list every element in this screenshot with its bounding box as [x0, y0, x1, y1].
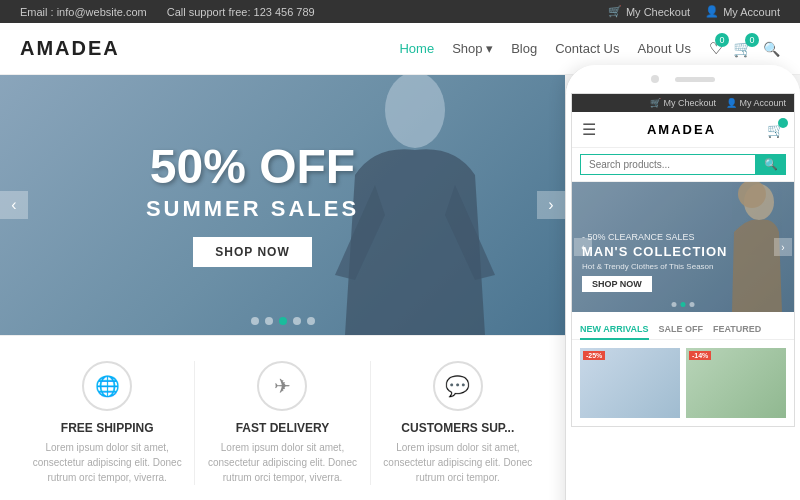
phone-product-grid: -25% -14% — [572, 340, 794, 426]
phone-product-image-1[interactable]: -25% — [580, 348, 680, 418]
hero-dot-1[interactable] — [251, 317, 259, 325]
phone-product-tabs: NEW ARRIVALS SALE OFF FEATURED — [572, 312, 794, 340]
hero-prev-arrow[interactable]: ‹ — [0, 191, 28, 219]
top-bar-right: 🛒 My Checkout 👤 My Account — [608, 5, 780, 18]
feature-delivery: ✈ FAST DELIVERY Lorem ipsum dolor sit am… — [195, 361, 370, 485]
hero-next-arrow[interactable]: › — [537, 191, 565, 219]
feature-support: 💬 CUSTOMERS SUP... Lorem ipsum dolor sit… — [371, 361, 545, 485]
phone-tab-sale-off[interactable]: SALE OFF — [659, 320, 704, 339]
phone-menu-icon[interactable]: ☰ — [582, 120, 596, 139]
phone-account-link[interactable]: 👤 My Account — [726, 98, 786, 108]
main-nav: Home Shop ▾ Blog Contact Us About Us ♡ 0… — [399, 39, 780, 58]
phone-hero-small-text: - 50% CLEARANCE SALES — [582, 232, 727, 242]
phone-discount-2: -14% — [689, 351, 711, 360]
delivery-icon: ✈ — [257, 361, 307, 411]
phone-hero-shop-button[interactable]: SHOP NOW — [582, 276, 652, 292]
svg-point-0 — [385, 75, 445, 148]
phone-hero-prev[interactable]: ‹ — [574, 238, 592, 256]
phone-hero-text: - 50% CLEARANCE SALES MAN'S COLLECTION H… — [582, 232, 727, 292]
checkout-link[interactable]: 🛒 My Checkout — [608, 5, 690, 18]
phone-cart-badge — [778, 118, 788, 128]
phone-hero-next[interactable]: › — [774, 238, 792, 256]
delivery-desc: Lorem ipsum dolor sit amet, consectetur … — [205, 440, 359, 485]
hero-dot-4[interactable] — [293, 317, 301, 325]
hero-title: SUMMER SALES — [146, 196, 359, 222]
email-info: Email : info@website.com — [20, 6, 147, 18]
phone-discount-1: -25% — [583, 351, 605, 360]
phone-hero-subtitle: Hot & Trendy Clothes of This Season — [582, 262, 727, 271]
nav-contact[interactable]: Contact Us — [555, 41, 619, 56]
phone-mockup: 🛒 My Checkout 👤 My Account ☰ AMADEA 🛒 🔍 — [565, 65, 800, 500]
main-content: 50% OFF SUMMER SALES SHOP NOW ‹ › 🌐 FREE… — [0, 75, 800, 500]
nav-about[interactable]: About Us — [638, 41, 691, 56]
cart-badge: 0 — [745, 33, 759, 47]
shipping-icon: 🌐 — [82, 361, 132, 411]
wishlist-badge: 0 — [715, 33, 729, 47]
delivery-title: FAST DELIVERY — [205, 421, 359, 435]
hero-shop-now-button[interactable]: SHOP NOW — [193, 237, 311, 267]
phone-hero-banner: - 50% CLEARANCE SALES MAN'S COLLECTION H… — [572, 182, 794, 312]
feature-shipping: 🌐 FREE SHIPPING Lorem ipsum dolor sit am… — [20, 361, 195, 485]
phone-tab-featured[interactable]: FEATURED — [713, 320, 761, 339]
hero-dot-5[interactable] — [307, 317, 315, 325]
features-section: 🌐 FREE SHIPPING Lorem ipsum dolor sit am… — [0, 335, 565, 500]
support-desc: Lorem ipsum dolor sit amet, consectetur … — [381, 440, 535, 485]
phone-search-input[interactable] — [580, 154, 756, 175]
support-icon: 💬 — [433, 361, 483, 411]
search-icon[interactable]: 🔍 — [763, 41, 780, 57]
phone-dot-3[interactable] — [690, 302, 695, 307]
phone-dot-1[interactable] — [672, 302, 677, 307]
phone-dot-2[interactable] — [681, 302, 686, 307]
hero-content: 50% OFF SUMMER SALES SHOP NOW — [146, 143, 359, 267]
phone-speaker — [675, 77, 715, 82]
phone-screen: 🛒 My Checkout 👤 My Account ☰ AMADEA 🛒 🔍 — [571, 93, 795, 427]
wishlist-cart-icon[interactable]: ♡ 0 — [709, 39, 723, 58]
hero-banner: 50% OFF SUMMER SALES SHOP NOW ‹ › — [0, 75, 565, 335]
phone-checkout-link[interactable]: 🛒 My Checkout — [650, 98, 716, 108]
phone-hero-main-title: MAN'S COLLECTION — [582, 244, 727, 260]
site-logo: AMADEA — [20, 37, 120, 60]
phone-search-button[interactable]: 🔍 — [756, 154, 786, 175]
phone-top-row — [651, 75, 715, 83]
phone-topbar: 🛒 My Checkout 👤 My Account — [572, 94, 794, 112]
nav-icons: ♡ 0 🛒 0 🔍 — [709, 39, 780, 58]
phone-cart-icon[interactable]: 🛒 — [767, 122, 784, 138]
phone-logo: AMADEA — [647, 122, 716, 137]
top-bar-left: Email : info@website.com Call support fr… — [20, 6, 315, 18]
cart-icon[interactable]: 🛒 0 — [733, 39, 753, 58]
phone-tab-new-arrivals[interactable]: NEW ARRIVALS — [580, 320, 649, 340]
phone-search-bar: 🔍 — [572, 148, 794, 182]
account-link[interactable]: 👤 My Account — [705, 5, 780, 18]
hero-dot-3[interactable] — [279, 317, 287, 325]
phone-info: Call support free: 123 456 789 — [167, 6, 315, 18]
left-section: 50% OFF SUMMER SALES SHOP NOW ‹ › 🌐 FREE… — [0, 75, 565, 500]
phone-top — [566, 65, 800, 93]
nav-blog[interactable]: Blog — [511, 41, 537, 56]
phone-camera — [651, 75, 659, 83]
shipping-desc: Lorem ipsum dolor sit amet, consectetur … — [30, 440, 184, 485]
nav-shop[interactable]: Shop ▾ — [452, 41, 493, 56]
nav-home[interactable]: Home — [399, 41, 434, 56]
top-bar: Email : info@website.com Call support fr… — [0, 0, 800, 23]
phone-hero-dots — [672, 302, 695, 307]
hero-discount: 50% OFF — [146, 143, 359, 191]
support-title: CUSTOMERS SUP... — [381, 421, 535, 435]
phone-product-1: -25% — [580, 348, 680, 418]
hero-dots — [251, 317, 315, 325]
phone-product-image-2[interactable]: -14% — [686, 348, 786, 418]
hero-dot-2[interactable] — [265, 317, 273, 325]
phone-header: ☰ AMADEA 🛒 — [572, 112, 794, 148]
phone-product-2: -14% — [686, 348, 786, 418]
shipping-title: FREE SHIPPING — [30, 421, 184, 435]
